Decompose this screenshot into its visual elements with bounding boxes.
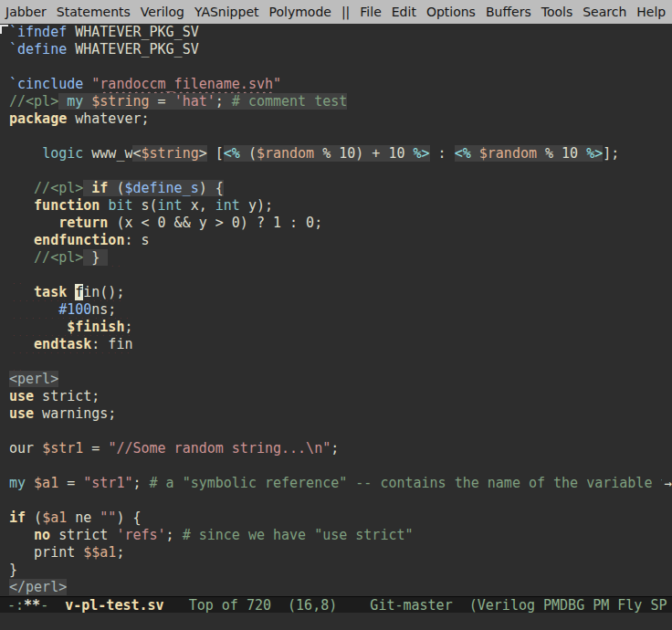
code-line[interactable]: function bit s(int x, int y);: [9, 197, 672, 215]
menu-bar: JabberStatementsVerilogYASnippetPolymode…: [0, 0, 672, 24]
minibuffer-echo-area[interactable]: (verilog-mode) type:host span:348-411 cl…: [0, 613, 672, 630]
code-line[interactable]: $finish;: [9, 319, 672, 336]
code-token: $$a1: [83, 544, 116, 561]
code-line[interactable]: </perl>↓: [9, 579, 672, 596]
code-token: [9, 319, 67, 335]
code-token: task: [34, 284, 67, 300]
menu-item-options[interactable]: Options: [426, 5, 476, 19]
code-token: [: [207, 145, 224, 162]
code-token: }: [83, 249, 108, 266]
menu-item-tools[interactable]: Tools: [541, 5, 573, 19]
code-token: % 10: [537, 145, 586, 162]
code-token: 'refs': [116, 527, 165, 543]
code-line[interactable]: endtask: fin: [9, 336, 672, 353]
modeline-text: **: [24, 597, 40, 613]
code-token: %>: [586, 145, 603, 162]
menu-item-polymode[interactable]: Polymode: [269, 5, 331, 19]
code-line[interactable]: my $a1 = "str1"; # a "symbolic reference…: [9, 475, 672, 492]
code-line[interactable]: if ($a1 ne "") {: [9, 509, 672, 527]
code-line[interactable]: print $$a1;: [9, 544, 672, 562]
menu-item-jabber[interactable]: Jabber: [5, 5, 47, 19]
code-token: [9, 267, 26, 283]
code-line[interactable]: [9, 163, 672, 180]
code-line[interactable]: [9, 423, 672, 440]
modeline-buffer-name: v-pl-test.sv: [65, 597, 163, 613]
code-token: ;: [166, 527, 183, 543]
code-line[interactable]: [9, 267, 672, 284]
code-token: s(: [132, 197, 157, 214]
code-line[interactable]: <perl>: [9, 371, 672, 388]
code-token: : s: [124, 232, 149, 248]
code-line[interactable]: `cinclude "randoccm_filename.svh": [9, 76, 672, 93]
modeline-text: Top of 720 (16,8) Git-master (Verilog PM…: [164, 597, 667, 613]
menu-item-verilog[interactable]: Verilog: [141, 5, 184, 19]
code-line[interactable]: use warnings;: [9, 405, 672, 423]
code-line[interactable]: `define WHATEVER_PKG_SV: [9, 41, 672, 58]
code-token: ;: [116, 544, 124, 561]
code-token: if: [91, 180, 108, 196]
menu-item-buffers[interactable]: Buffers: [486, 5, 531, 19]
code-token: [83, 76, 91, 92]
text-cursor: f: [75, 284, 83, 300]
code-token: my: [67, 93, 83, 110]
menu-item-edit[interactable]: Edit: [392, 5, 416, 19]
code-line[interactable]: logic www_w<$string> [<% ($random % 10) …: [9, 145, 672, 163]
code-line[interactable]: endfunction: s: [9, 232, 672, 249]
code-token: $define_s: [124, 180, 198, 196]
code-token: $a1: [34, 475, 58, 491]
code-line[interactable]: #100ns;: [9, 301, 672, 319]
code-token: [83, 180, 91, 196]
code-token: [9, 215, 58, 231]
code-token: 'hat': [174, 93, 215, 110]
code-line[interactable]: [9, 58, 672, 76]
menu-item-search[interactable]: Search: [583, 5, 626, 19]
code-token: ": [91, 76, 100, 92]
menu-item-statements[interactable]: Statements: [57, 5, 131, 19]
code-line[interactable]: //<pl> my $string = 'hat'; # comment tes…: [9, 93, 672, 110]
code-token: [9, 145, 42, 162]
code-token: our: [9, 440, 42, 457]
code-token: </perl>: [9, 579, 67, 595]
code-token: whatever;: [67, 110, 149, 127]
code-token: =: [58, 475, 83, 491]
menu-item-help[interactable]: Help: [636, 5, 666, 19]
code-token: [9, 336, 34, 352]
code-line[interactable]: //<pl> if ($define_s) {: [9, 180, 672, 197]
code-line[interactable]: [9, 353, 672, 371]
code-line[interactable]: return (x < 0 && y > 0) ? 1 : 0;: [9, 215, 672, 232]
code-line[interactable]: no strict 'refs'; # since we have "use s…: [9, 527, 672, 544]
code-line[interactable]: `ifndef WHATEVER_PKG_SV: [9, 24, 672, 41]
code-line[interactable]: //<pl> }: [9, 249, 672, 267]
code-token: use: [9, 388, 34, 404]
code-token: [67, 284, 75, 300]
code-token: [9, 232, 34, 248]
code-token: [471, 145, 479, 162]
code-token: [9, 197, 34, 214]
code-token: WHATEVER_PKG_SV: [67, 41, 199, 58]
code-token: [9, 284, 34, 300]
mode-line[interactable]: -:**- v-pl-test.sv Top of 720 (16,8) Git…: [0, 596, 672, 613]
code-line[interactable]: package whatever;: [9, 110, 672, 128]
code-token: [108, 249, 124, 266]
code-token: package: [9, 110, 67, 127]
code-line[interactable]: [9, 457, 672, 475]
editor-buffer[interactable]: `ifndef WHATEVER_PKG_SV`define WHATEVER_…: [0, 24, 672, 596]
code-line[interactable]: [9, 128, 672, 145]
code-line[interactable]: }: [9, 562, 672, 579]
code-token: [9, 353, 26, 370]
code-line[interactable]: [9, 492, 672, 509]
code-token: int: [215, 197, 240, 214]
code-line[interactable]: task fin();: [9, 284, 672, 301]
code-token: $str1: [42, 440, 83, 457]
code-line[interactable]: use strict;: [9, 388, 672, 405]
modeline-text: -: [40, 597, 65, 613]
code-token: in();: [83, 284, 124, 300]
code-token: //<pl>: [34, 180, 83, 196]
code-token: [26, 475, 34, 491]
code-token: (: [108, 180, 124, 196]
code-line[interactable]: our $str1 = "//Some random string...\n";: [9, 440, 672, 457]
code-token: %>: [414, 145, 430, 162]
menu-item-yasnippet[interactable]: YASnippet: [194, 5, 259, 19]
code-token: `cinclude: [9, 76, 83, 92]
menu-item-file[interactable]: File: [360, 5, 381, 19]
